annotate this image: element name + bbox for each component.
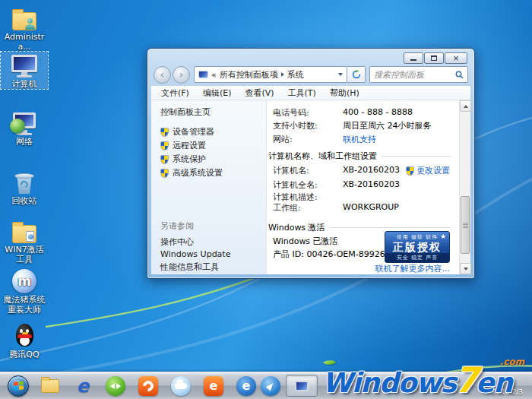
sidebar-advanced-settings[interactable]: 高级系统设置 bbox=[160, 167, 223, 179]
menu-file[interactable]: 文件(F) bbox=[154, 87, 196, 99]
breadcrumb-all-items[interactable]: 所有控制面板项 bbox=[220, 69, 278, 81]
desktop-icon-win7-activation[interactable]: WIN7激活工具 bbox=[1, 217, 48, 264]
compass-browser-icon bbox=[261, 376, 280, 396]
scroll-down-button[interactable] bbox=[460, 263, 471, 274]
system-window-icon bbox=[295, 381, 309, 391]
taskbar-orange-e-browser-button[interactable]: e bbox=[203, 375, 224, 397]
desktop-icon-network[interactable]: 网络 bbox=[1, 109, 48, 147]
system-page-icon bbox=[198, 71, 208, 78]
workgroup-row: 工作组: WORKGROUP bbox=[273, 202, 448, 214]
computer-icon bbox=[1, 52, 48, 78]
taskbar-explorer-button[interactable] bbox=[40, 375, 61, 397]
desktop-icon-administrator[interactable]: Administra... bbox=[1, 5, 48, 52]
start-button[interactable] bbox=[8, 375, 29, 397]
refresh-button[interactable] bbox=[347, 66, 366, 83]
sidebar-header-label: 另请参阅 bbox=[160, 220, 194, 232]
desktop-icon-label: 计算机 bbox=[1, 79, 48, 89]
search-box[interactable] bbox=[369, 66, 468, 83]
computer-name-row: 计算机名: XB-20160203 更改设置 bbox=[273, 165, 448, 176]
sidebar-performance-tools[interactable]: 性能信息和工具 bbox=[160, 261, 219, 273]
search-input[interactable] bbox=[374, 70, 455, 80]
desktop-icon-label: Administra... bbox=[1, 32, 48, 52]
sidebar-item-label: 控制面板主页 bbox=[160, 106, 211, 118]
back-button[interactable]: ‹ bbox=[154, 66, 171, 84]
menu-help[interactable]: 帮助(H) bbox=[323, 87, 366, 99]
recycle-bin-icon bbox=[1, 169, 48, 195]
desktop-icon-label: 回收站 bbox=[1, 196, 48, 206]
sidebar-remote-settings[interactable]: 远程设置 bbox=[160, 140, 206, 151]
green-browser-icon bbox=[106, 376, 125, 396]
sidebar: 控制面板主页 设备管理器 远程设置 系统保护 高级系统设置 另请参阅 操作中心 … bbox=[151, 100, 267, 274]
desktop-icon-computer[interactable]: 计算机 bbox=[1, 52, 48, 89]
taskbar-cloud-browser-button[interactable] bbox=[170, 375, 192, 397]
change-settings-link[interactable]: 更改设置 bbox=[416, 165, 450, 176]
sidebar-control-panel-home[interactable]: 控制面板主页 bbox=[160, 106, 211, 118]
learn-more-online-link[interactable]: 联机了解更多内容... bbox=[375, 263, 451, 274]
maximize-icon bbox=[431, 55, 437, 61]
taskbar-blue-e-browser-button[interactable]: e bbox=[236, 375, 257, 397]
sidebar-item-label: 操作中心 bbox=[160, 236, 194, 248]
menu-edit[interactable]: 编辑(E) bbox=[196, 87, 239, 99]
section-title: 计算机名称、域和工作组设置 bbox=[268, 150, 377, 162]
taskbar-system-window-button[interactable] bbox=[286, 375, 318, 397]
full-name-label: 计算机全名: bbox=[273, 179, 343, 191]
taskbar-uc-browser-button[interactable] bbox=[138, 375, 159, 397]
online-support-link[interactable]: 联机支持 bbox=[343, 134, 376, 145]
breadcrumb-current[interactable]: 系统 bbox=[287, 69, 304, 81]
forward-button[interactable]: › bbox=[173, 66, 190, 84]
taskbar-compass-browser-button[interactable] bbox=[260, 375, 281, 397]
section-title: Windows 激活 bbox=[268, 222, 325, 233]
taskbar-green-browser-button[interactable] bbox=[105, 375, 126, 397]
menu-view[interactable]: 查看(V) bbox=[238, 87, 280, 99]
desktop-icon-label: 腾讯QQ bbox=[1, 350, 48, 359]
description-row: 计算机描述: bbox=[273, 192, 448, 203]
internet-explorer-icon: e bbox=[77, 377, 89, 395]
breadcrumb-chevrons[interactable]: « bbox=[211, 70, 217, 80]
address-dropdown-icon[interactable] bbox=[338, 73, 343, 76]
explorer-folder-icon bbox=[41, 379, 59, 393]
support-hours-row: 支持小时数: 周日至周六 24小时服务 bbox=[273, 120, 448, 131]
uac-shield-icon bbox=[160, 155, 169, 164]
section-rule bbox=[330, 227, 451, 228]
vertical-scrollbar[interactable] bbox=[459, 100, 470, 274]
sidebar-item-label: 远程设置 bbox=[173, 140, 206, 151]
navigation-bar: ‹ › « 所有控制面板项 系统 bbox=[154, 65, 468, 84]
section-rule bbox=[382, 156, 451, 157]
maximize-button[interactable] bbox=[424, 52, 444, 64]
sidebar-system-protection[interactable]: 系统保护 bbox=[160, 154, 206, 165]
sidebar-item-label: 高级系统设置 bbox=[173, 167, 223, 179]
menu-bar: 文件(F) 编辑(E) 查看(V) 工具(T) 帮助(H) bbox=[151, 86, 470, 100]
desktop-icon-label: WIN7激活工具 bbox=[1, 245, 48, 264]
full-name-value: XB-20160203 bbox=[343, 179, 400, 191]
qq-penguin-icon bbox=[1, 322, 48, 348]
uc-browser-icon bbox=[138, 376, 158, 396]
genuine-software-badge[interactable]: 使用 微软 软件 ★ 正版授权 安全 稳定 声誉 bbox=[385, 231, 450, 263]
address-bar[interactable]: « 所有控制面板项 系统 bbox=[194, 66, 347, 83]
minimize-button[interactable] bbox=[404, 52, 423, 64]
sidebar-action-center[interactable]: 操作中心 bbox=[160, 236, 194, 248]
magic-pig-icon: m bbox=[1, 268, 48, 293]
workgroup-value: WORKGROUP bbox=[343, 202, 399, 214]
badge-bottom-text: 安全 稳定 声誉 bbox=[385, 253, 449, 262]
desktop: Administra... 计算机 网络 回收站 WIN7激活工具 m 魔法猪系… bbox=[0, 0, 532, 399]
menu-tools[interactable]: 工具(T) bbox=[281, 87, 323, 99]
network-icon bbox=[1, 109, 48, 135]
win7-tool-folder-icon bbox=[1, 217, 48, 243]
taskbar-ie-button[interactable]: e bbox=[72, 375, 93, 397]
activation-status: Windows 已激活 bbox=[273, 236, 338, 247]
refresh-icon bbox=[352, 70, 361, 79]
scroll-up-button[interactable] bbox=[460, 100, 471, 112]
scrollbar-thumb[interactable] bbox=[461, 196, 470, 254]
hours-label: 支持小时数: bbox=[273, 120, 343, 131]
desktop-icon-recycle-bin[interactable]: 回收站 bbox=[1, 169, 48, 206]
uac-shield-icon bbox=[160, 141, 169, 150]
desktop-icon-magic-pig[interactable]: m 魔法猪系统重装大师 bbox=[1, 268, 48, 315]
phone-value: 400 - 888 - 8888 bbox=[343, 107, 413, 119]
sidebar-windows-update[interactable]: Windows Update bbox=[160, 249, 230, 259]
close-button[interactable]: × bbox=[445, 52, 467, 64]
tray-date[interactable]: 2016/2/3 bbox=[492, 388, 523, 396]
sidebar-see-also-header: 另请参阅 bbox=[160, 220, 194, 232]
sidebar-device-manager[interactable]: 设备管理器 bbox=[160, 126, 214, 138]
desktop-icon-qq[interactable]: 腾讯QQ bbox=[1, 322, 48, 359]
computer-name-section-header: 计算机名称、域和工作组设置 bbox=[268, 150, 451, 162]
